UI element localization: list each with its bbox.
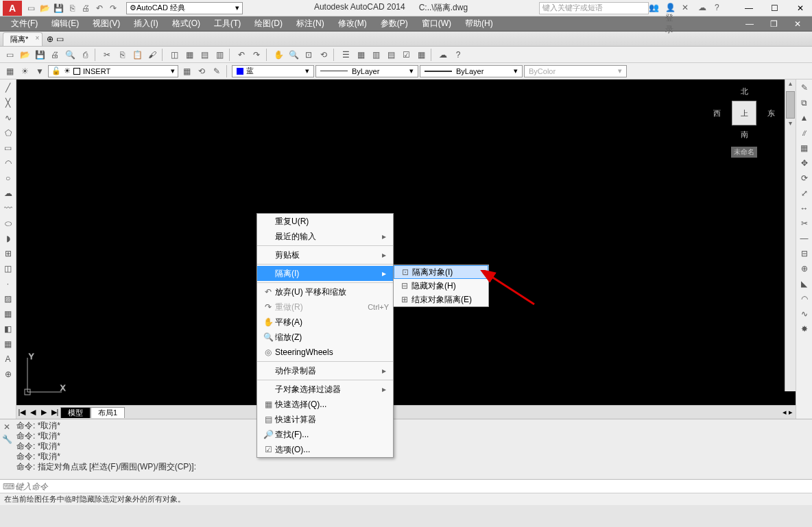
xline-icon[interactable]: ╳	[1, 96, 15, 110]
copy-icon[interactable]: ⧉	[798, 96, 811, 110]
color-dropdown[interactable]: 蓝▾	[232, 65, 314, 77]
open-icon[interactable]: 📂	[38, 2, 51, 14]
point-icon[interactable]: ·	[1, 277, 15, 291]
cmdline-options-icon[interactable]: 🔧	[2, 434, 12, 444]
rotate-icon[interactable]: ⟳	[798, 171, 811, 185]
model-tab[interactable]: 模型	[60, 407, 91, 418]
submenu-item[interactable]: ⊟隐藏对象(H)	[394, 279, 488, 293]
infocenter-icon[interactable]: 👥	[649, 3, 660, 14]
save-icon[interactable]: 💾	[52, 2, 64, 14]
exchange-icon[interactable]: ✕	[682, 3, 693, 14]
ctx-item[interactable]: ☑选项(O)...	[257, 442, 393, 457]
ctx-item[interactable]: 重复U(R)	[257, 214, 393, 229]
ctx-item[interactable]: 最近的输入▸	[257, 229, 393, 244]
spline-icon[interactable]: 〰	[1, 201, 15, 215]
drawing-canvas[interactable]: ▴▾ YX 北 西 上 东 南 未命名 重复U(R)最近的输入▸剪贴板▸隔离(I…	[16, 79, 796, 405]
array-icon[interactable]: ▦	[798, 141, 811, 155]
chamfer-icon[interactable]: ◣	[798, 277, 811, 291]
pan-icon[interactable]: ✋	[272, 48, 285, 62]
hatch-icon[interactable]: ▨	[1, 292, 15, 306]
help-search[interactable]: 键入关键字或短语	[539, 2, 649, 14]
document-tab[interactable]: 隔离*×	[3, 32, 43, 46]
ctx-item[interactable]: 🔎查找(F)...	[257, 427, 393, 442]
copy-icon[interactable]: ⎘	[115, 48, 129, 62]
paste-icon[interactable]: 📋	[130, 48, 144, 62]
ctx-item[interactable]: 动作录制器▸	[257, 363, 393, 378]
zoom-icon[interactable]: 🔍	[287, 48, 300, 62]
tab-last[interactable]: ▶|	[49, 408, 60, 417]
menu-tools[interactable]: 工具(T)	[207, 18, 248, 29]
save-icon[interactable]: 💾	[33, 48, 47, 62]
revcloud-icon[interactable]: ☁	[1, 186, 15, 200]
print-icon[interactable]: 🖨	[80, 2, 92, 14]
wcs-label[interactable]: 未命名	[731, 147, 757, 158]
submenu-item[interactable]: ⊡隔离对象(I)	[394, 265, 488, 279]
help-icon[interactable]: ?	[451, 48, 465, 62]
undo-icon[interactable]: ↶	[235, 48, 248, 62]
ctx-item[interactable]: 隔离(I)▸	[257, 266, 393, 281]
ctx-item[interactable]: ✋平移(A)	[257, 315, 393, 330]
ellipse-icon[interactable]: ⬭	[1, 217, 15, 230]
layerprops-icon[interactable]: ▦	[3, 64, 16, 78]
block2-icon[interactable]: ▦	[182, 48, 196, 62]
workspace-selector[interactable]: ⚙ AutoCAD 经典 ▾	[126, 2, 243, 14]
offset-icon[interactable]: ⫽	[798, 126, 811, 140]
menu-view[interactable]: 视图(V)	[86, 18, 127, 29]
mdi-restore[interactable]: ❐	[763, 19, 785, 29]
ctx-item[interactable]: ▦快速选择(Q)...	[257, 397, 393, 412]
zoomprev-icon[interactable]: ⟲	[317, 48, 331, 62]
mdi-close[interactable]: ✕	[787, 19, 808, 29]
ctx-item[interactable]: ▤快速计算器	[257, 412, 393, 427]
block-icon[interactable]: ◫	[1, 262, 15, 275]
ctx-item[interactable]: ↷重做(R)Ctrl+Y	[257, 299, 393, 315]
menu-format[interactable]: 格式(O)	[165, 18, 207, 29]
ctx-item[interactable]: ↶放弃(U) 平移和缩放	[257, 284, 393, 299]
close-cmdline-icon[interactable]: ✕	[3, 422, 10, 432]
menu-insert[interactable]: 插入(I)	[127, 18, 165, 29]
preview-icon[interactable]: 🔍	[63, 48, 77, 62]
mtext-icon[interactable]: A	[1, 352, 15, 366]
undo-icon[interactable]: ↶	[93, 2, 106, 14]
menu-modify[interactable]: 修改(M)	[331, 18, 374, 29]
submenu-item[interactable]: ⊞结束对象隔离(E)	[394, 293, 488, 306]
move-icon[interactable]: ✥	[798, 156, 811, 170]
menu-parametric[interactable]: 参数(P)	[374, 18, 415, 29]
publish-icon[interactable]: ⎙	[78, 48, 92, 62]
vertical-scrollbar[interactable]: ▴▾	[785, 79, 796, 391]
zoomwin-icon[interactable]: ⊡	[302, 48, 315, 62]
menu-edit[interactable]: 编辑(E)	[45, 18, 86, 29]
rect-icon[interactable]: ▭	[1, 141, 15, 155]
stretch-icon[interactable]: ↔	[798, 201, 811, 215]
saveas-icon[interactable]: ⎘	[66, 2, 78, 14]
tab-close-icon[interactable]: ×	[35, 34, 39, 42]
ellipsearc-icon[interactable]: ◗	[1, 232, 15, 245]
circle-icon[interactable]: ○	[1, 171, 15, 185]
scale-icon[interactable]: ⤢	[798, 186, 811, 200]
addsel-icon[interactable]: ⊕	[1, 367, 15, 381]
linetype-dropdown[interactable]: ByLayer▾	[315, 65, 418, 77]
menu-draw[interactable]: 绘图(D)	[248, 18, 289, 29]
new-icon[interactable]: ▭	[25, 2, 37, 14]
toolpal-icon[interactable]: ▥	[369, 48, 383, 62]
horizontal-scrollbar[interactable]: ◂ ▸	[125, 408, 796, 417]
ctx-item[interactable]: 剪贴板▸	[257, 247, 393, 262]
layerprev-icon[interactable]: ⟲	[195, 64, 208, 78]
extend-icon[interactable]: —	[798, 232, 811, 245]
fillet-icon[interactable]: ◠	[798, 292, 811, 306]
calc-icon[interactable]: ▦	[414, 48, 428, 62]
blend-icon[interactable]: ∿	[798, 307, 811, 321]
erase-icon[interactable]: ✎	[798, 81, 811, 95]
block4-icon[interactable]: ▥	[213, 48, 226, 62]
table-icon[interactable]: ▦	[1, 337, 15, 351]
polygon-icon[interactable]: ⬠	[1, 126, 15, 140]
layeriso-icon[interactable]: ▦	[180, 64, 193, 78]
ctx-item[interactable]: ◎SteeringWheels	[257, 345, 393, 360]
layermatch-icon[interactable]: ✎	[210, 64, 224, 78]
tab-first[interactable]: |◀	[16, 408, 27, 417]
ctx-item[interactable]: 子对象选择过滤器▸	[257, 382, 393, 397]
plotstyle-dropdown[interactable]: ByColor▾	[524, 65, 627, 77]
layer-dropdown[interactable]: 🔓 ☀ INSERT ▾	[48, 65, 178, 77]
layout1-tab[interactable]: 布局1	[91, 407, 125, 418]
help-icon[interactable]: ?	[715, 3, 726, 14]
props-icon[interactable]: ☰	[339, 48, 353, 62]
